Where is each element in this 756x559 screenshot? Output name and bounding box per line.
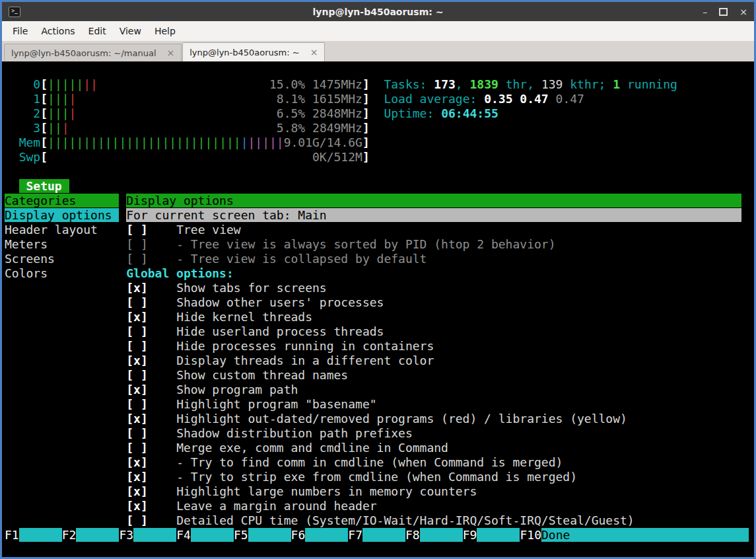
term-text <box>148 513 176 527</box>
swap-meter-row: Swp[ 0K/512M] <box>5 150 754 165</box>
term-text: x <box>133 484 141 498</box>
option-row-13[interactable]: [x] Highlight out-dated/removed programs… <box>5 412 754 426</box>
term-text: Meters <box>5 237 119 251</box>
fkey-label-F7[interactable]: F7 <box>348 528 362 542</box>
option-row-7[interactable]: [ ] Hide userland process threads <box>5 324 754 339</box>
tab-close-icon[interactable]: × <box>310 47 318 57</box>
term-text <box>148 412 176 426</box>
option-row-15[interactable]: [ ] Merge exe, comm and cmdline in Comma… <box>5 441 754 455</box>
fkey-label-F3[interactable]: F3 <box>119 528 133 542</box>
option-row-5[interactable]: [ ] Shadow other users' processes <box>5 295 754 310</box>
terminal-tab-1[interactable]: lynp@lyn-b450aorusm: ~/manual× <box>4 44 182 61</box>
term-text: ] <box>141 310 148 324</box>
fkey-label-F4[interactable]: F4 <box>176 528 191 542</box>
term-text: x <box>133 455 141 469</box>
term-text <box>119 397 126 411</box>
option-row-4[interactable]: [x] Show tabs for screens <box>5 281 754 295</box>
term-text <box>48 150 312 164</box>
option-row-9[interactable]: [x] Display threads in a different color <box>5 354 754 368</box>
tab-close-icon[interactable]: × <box>167 48 175 58</box>
fkey-label-F10[interactable]: F10 <box>520 528 541 542</box>
option-row-17[interactable]: [x] - Try to strip exe from cmdline (whe… <box>5 470 754 484</box>
term-text: - Try to find comm in cmdline (when Comm… <box>176 455 563 469</box>
term-text <box>148 368 176 382</box>
term-text: Setup <box>19 179 69 193</box>
term-text: Uptime: <box>384 106 441 120</box>
terminal-tab-2[interactable]: lynp@lyn-b450aorusm: ~× <box>182 42 325 61</box>
option-row-12[interactable]: [ ] Highlight program "basename" <box>5 397 754 412</box>
fkey-action-F2[interactable] <box>76 528 119 542</box>
option-row-20[interactable]: [ ] Detailed CPU time (System/IO-Wait/Ha… <box>5 513 754 528</box>
menu-item-actions[interactable]: Actions <box>34 26 81 36</box>
option-row-14[interactable]: [ ] Shadow distribution path prefixes <box>5 426 754 441</box>
term-text: | <box>241 135 248 149</box>
menu-item-edit[interactable]: Edit <box>82 26 113 36</box>
fkey-label-F6[interactable]: F6 <box>291 528 306 542</box>
category-colors[interactable]: Colors Global options: <box>5 266 754 281</box>
term-text: [ <box>126 310 133 324</box>
option-row-16[interactable]: [x] - Try to find comm in cmdline (when … <box>5 455 754 470</box>
option-row-6[interactable]: [x] Hide kernel threads <box>5 310 754 324</box>
fkey-label-F5[interactable]: F5 <box>234 528 248 542</box>
option-row-11[interactable]: [x] Show program path <box>5 383 754 397</box>
category-header-layout[interactable]: Header layout [ ] Tree view <box>5 223 754 237</box>
fkey-action-F6[interactable] <box>305 528 348 542</box>
term-text: | <box>69 92 77 106</box>
fkey-label-F8[interactable]: F8 <box>405 528 420 542</box>
close-button[interactable]: × <box>739 7 747 17</box>
menu-item-file[interactable]: File <box>6 26 34 36</box>
fkey-action-F3[interactable] <box>133 528 176 542</box>
fkey-action-F5[interactable] <box>248 528 291 542</box>
term-text <box>133 397 141 411</box>
fkey-action-F10[interactable]: Done <box>541 528 749 542</box>
fkey-action-F9[interactable] <box>477 528 520 542</box>
term-text: 0.47 <box>520 92 548 106</box>
term-text <box>119 484 126 498</box>
term-text: ] <box>141 223 148 237</box>
fkey-label-F9[interactable]: F9 <box>463 528 477 542</box>
term-text: ||| <box>48 92 69 106</box>
fkey-action-F8[interactable] <box>420 528 463 542</box>
term-text <box>5 77 33 91</box>
term-text: ||||| <box>248 135 284 149</box>
term-text: Tree view <box>176 223 241 237</box>
category-screens[interactable]: Screens [ ] - Tree view is collapsed by … <box>5 252 754 266</box>
function-key-bar[interactable]: F1 F2 F3 F4 F5 F6 F7 F8 F9 F10Done <box>5 528 754 542</box>
term-text <box>148 281 176 295</box>
term-text <box>5 324 119 338</box>
menu-item-help[interactable]: Help <box>148 26 182 36</box>
fkey-action-F7[interactable] <box>362 528 405 542</box>
term-text: Merge exe, comm and cmdline in Command <box>176 441 448 455</box>
option-row-19[interactable]: [x] Leave a margin around header <box>5 499 754 513</box>
term-text: ] <box>362 150 370 164</box>
term-text: ] <box>141 513 148 527</box>
titlebar[interactable]: >_ lynp@lyn-b450aorusm: ~ –× <box>2 2 754 21</box>
term-text: Load average: <box>384 92 484 106</box>
option-row-18[interactable]: [x] Highlight large numbers in memory co… <box>5 484 754 499</box>
fkey-action-F4[interactable] <box>191 528 234 542</box>
category-meters[interactable]: Meters [ ] - Tree view is always sorted … <box>5 237 754 252</box>
option-row-10[interactable]: [ ] Show custom thread names <box>5 368 754 383</box>
option-row-8[interactable]: [ ] Hide processes running in containers <box>5 339 754 354</box>
term-text <box>148 455 176 469</box>
category-display-options[interactable]: Display options For current screen tab: … <box>5 208 754 223</box>
term-text <box>5 135 19 149</box>
terminal-screen[interactable]: 0[||||||| 15.0% 1475MHz] Tasks: 173, 183… <box>2 61 754 557</box>
term-text: Shadow distribution path prefixes <box>176 426 413 440</box>
minimize-button[interactable]: – <box>703 7 707 17</box>
term-text: 06:44:55 <box>441 106 498 120</box>
term-text: Hide kernel threads <box>176 310 312 324</box>
term-text: 8.1% 1615MHz <box>277 92 362 106</box>
maximize-button[interactable] <box>719 8 728 16</box>
menubar: FileActionsEditViewHelp <box>2 21 754 41</box>
term-text: 3 <box>33 121 40 135</box>
term-text: [ <box>40 92 48 106</box>
fkey-action-F1[interactable] <box>19 528 62 542</box>
term-text: ] <box>141 368 148 382</box>
menu-item-view[interactable]: View <box>113 26 148 36</box>
term-text <box>5 383 119 396</box>
fkey-label-F2[interactable]: F2 <box>62 528 77 542</box>
term-text: thr <box>498 77 527 91</box>
fkey-label-F1[interactable]: F1 <box>5 528 19 542</box>
term-text: ||||||||||||||||||||||||||| <box>48 135 241 149</box>
